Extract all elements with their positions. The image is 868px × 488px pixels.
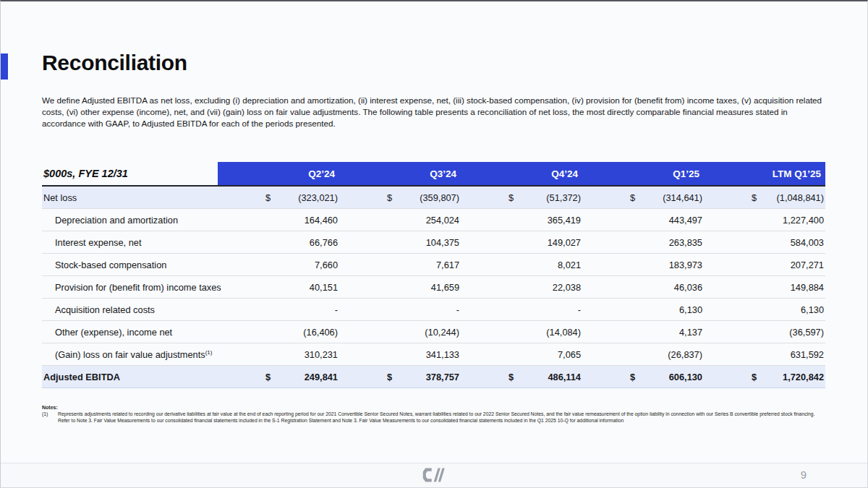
- row-label-text: Adjusted EBITDA: [43, 372, 120, 382]
- accent-bar: [1, 53, 8, 80]
- value-cell: (16,406): [218, 327, 339, 338]
- value-cell: 104,375: [339, 237, 461, 248]
- page-number: 9: [801, 468, 807, 481]
- cell-value: (51,372): [546, 192, 581, 203]
- footnote-text: Represents adjustments related to record…: [58, 411, 827, 424]
- value-cell: 46,036: [582, 282, 704, 293]
- value-cell: 631,592: [704, 349, 825, 360]
- row-label-text: Interest expense, net: [55, 237, 142, 248]
- value-cell: 365,419: [461, 215, 582, 226]
- column-header-q1-25: Q1’25: [582, 162, 704, 185]
- row-label: Net loss: [42, 192, 218, 203]
- unit-label-text: $000s, FYE 12/31: [43, 168, 128, 179]
- row-label: Adjusted EBITDA: [42, 372, 218, 382]
- currency-symbol: $: [630, 192, 635, 203]
- table-row-provision-income-taxes: Provision for (benefit from) income taxe…: [42, 276, 825, 299]
- page-title: Reconciliation: [42, 51, 187, 75]
- value-cell: $(51,372): [461, 192, 582, 203]
- value-cell: (10,244): [339, 327, 461, 338]
- value-cell: $249,841: [218, 372, 339, 382]
- cell-value: 7,065: [558, 349, 581, 360]
- value-cell: 1,227,400: [704, 215, 825, 226]
- value-cell: $(314,641): [582, 192, 704, 203]
- value-cell: 584,003: [704, 237, 825, 248]
- value-cell: 8,021: [461, 260, 582, 270]
- cell-value: 164,460: [305, 215, 338, 226]
- cell-value: 310,231: [305, 349, 338, 360]
- cell-value: 7,617: [436, 260, 459, 270]
- value-cell: $(323,021): [218, 192, 339, 203]
- cell-value: 41,659: [431, 282, 459, 293]
- value-cell: -: [218, 304, 339, 315]
- cell-value: 486,114: [548, 372, 581, 382]
- value-cell: 4,137: [582, 327, 704, 338]
- value-cell: 183,973: [582, 260, 704, 270]
- cell-value: (359,807): [420, 192, 459, 203]
- slide: Reconciliation We define Adjusted EBITDA…: [0, 0, 868, 488]
- row-label-text: Other (expense), income net: [55, 327, 172, 338]
- currency-symbol: $: [265, 372, 271, 382]
- table-row-stock-based-compensation: Stock-based compensation 7,660 7,617 8,0…: [42, 254, 825, 276]
- currency-symbol: $: [509, 372, 514, 382]
- cell-value: 6,130: [679, 304, 702, 315]
- value-cell: 254,024: [339, 215, 461, 226]
- notes-section: Notes: (1) Represents adjustments relate…: [42, 405, 827, 424]
- notes-heading: Notes:: [42, 405, 827, 410]
- row-label-text: Net loss: [43, 192, 77, 203]
- cell-value: 606,130: [669, 372, 702, 382]
- footnote-1: (1) Represents adjustments related to re…: [42, 411, 827, 424]
- cell-value: 8,021: [558, 260, 581, 270]
- row-label: Stock-based compensation: [42, 260, 218, 270]
- value-cell: 22,038: [461, 282, 582, 293]
- value-cell: 207,271: [704, 260, 825, 270]
- cell-value: (314,641): [663, 192, 702, 203]
- currency-symbol: $: [265, 192, 271, 203]
- cell-value: 254,024: [426, 215, 459, 226]
- value-cell: $1,720,842: [704, 372, 825, 382]
- cell-value: (16,406): [303, 327, 338, 338]
- value-cell: -: [461, 304, 582, 315]
- row-label: (Gain) loss on fair value adjustments(1): [42, 349, 218, 360]
- cell-value: (26,837): [668, 349, 702, 360]
- currency-symbol: $: [752, 372, 757, 382]
- value-cell: 40,151: [218, 282, 339, 293]
- cell-value: 249,841: [305, 372, 338, 382]
- cell-value: 40,151: [310, 282, 338, 293]
- cell-value: 149,027: [548, 237, 581, 248]
- row-label: Provision for (benefit from) income taxe…: [42, 282, 218, 293]
- value-cell: (36,597): [704, 327, 825, 338]
- value-cell: (14,084): [461, 327, 582, 338]
- cell-value: 46,036: [674, 282, 702, 293]
- value-cell: $(1,048,841): [704, 192, 825, 203]
- table-row-net-loss: Net loss $(323,021) $(359,807) $(51,372)…: [42, 187, 825, 209]
- value-cell: $606,130: [582, 372, 704, 382]
- row-label-text: Acquisition related costs: [55, 304, 155, 315]
- cell-value: 4,137: [679, 327, 702, 338]
- cell-value: (14,084): [546, 327, 581, 338]
- value-cell: 149,027: [461, 237, 582, 248]
- value-cell: 310,231: [218, 349, 339, 360]
- value-cell: 41,659: [339, 282, 461, 293]
- value-cell: $486,114: [461, 372, 582, 382]
- column-header-q3-24: Q3’24: [339, 162, 461, 185]
- row-label-text: Provision for (benefit from) income taxe…: [55, 282, 221, 293]
- cell-value: (323,021): [298, 192, 338, 203]
- coreweave-logo-icon: [423, 468, 446, 485]
- slide-footer: 9: [1, 463, 867, 487]
- cell-value: (36,597): [789, 327, 824, 338]
- table-header-row: $000s, FYE 12/31 Q2’24 Q3’24 Q4’24 Q1’25…: [42, 162, 825, 187]
- value-cell: $378,757: [339, 372, 461, 382]
- column-header-q4-24: Q4’24: [461, 162, 582, 185]
- cell-value: -: [335, 304, 338, 315]
- value-cell: 341,133: [339, 349, 461, 360]
- cell-value: 7,660: [315, 260, 338, 270]
- cell-value: 631,592: [791, 349, 824, 360]
- unit-label: $000s, FYE 12/31: [42, 162, 218, 185]
- value-cell: 7,617: [339, 260, 461, 270]
- value-cell: 66,766: [218, 237, 339, 248]
- value-cell: 263,835: [582, 237, 704, 248]
- cell-value: (10,244): [425, 327, 459, 338]
- cell-value: 443,497: [669, 215, 702, 226]
- currency-symbol: $: [630, 372, 635, 382]
- intro-paragraph: We define Adjusted EBITDA as net loss, e…: [42, 95, 825, 129]
